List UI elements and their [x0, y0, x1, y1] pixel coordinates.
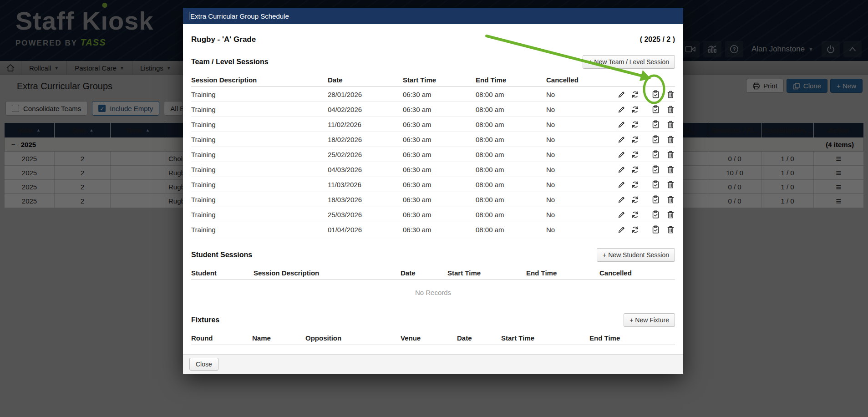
edit-icon[interactable]	[618, 150, 626, 159]
edit-icon[interactable]	[618, 225, 626, 234]
th-start-time: Start Time	[447, 269, 526, 277]
team-session-row: Training 04/03/2026 06:30 am 08:00 am No	[191, 162, 675, 177]
delete-icon[interactable]	[666, 225, 675, 234]
refresh-icon[interactable]	[631, 135, 640, 144]
refresh-icon[interactable]	[631, 180, 640, 189]
fixtures-heading: Fixtures	[191, 316, 219, 324]
th-date: Date	[401, 269, 447, 277]
schedule-modal: Extra Curricular Group Schedule Rugby - …	[183, 8, 683, 374]
new-team-session-button[interactable]: + New Team / Level Session	[583, 55, 675, 69]
delete-icon[interactable]	[666, 180, 675, 189]
clipboard-check-icon[interactable]	[651, 210, 660, 219]
clipboard-check-icon[interactable]	[651, 150, 660, 159]
delete-icon[interactable]	[666, 195, 675, 204]
delete-icon[interactable]	[666, 90, 675, 99]
modal-footer: Close	[183, 354, 683, 374]
team-sessions-rows: Training 28/01/2026 06:30 am 08:00 am No	[191, 87, 675, 237]
team-sessions-table-header: Session Description Date Start Time End …	[191, 73, 675, 87]
new-fixture-button[interactable]: + New Fixture	[624, 313, 675, 327]
th-student: Student	[191, 269, 254, 277]
team-session-row: Training 01/04/2026 06:30 am 08:00 am No	[191, 222, 675, 237]
th-cancelled: Cancelled	[599, 269, 675, 277]
edit-icon[interactable]	[618, 90, 626, 99]
modal-year-semester: ( 2025 / 2 )	[640, 36, 675, 44]
refresh-icon[interactable]	[631, 90, 640, 99]
edit-icon[interactable]	[618, 120, 626, 129]
screen: Staff Kıosk POWERED BY TASS 0 ? Alan Joh…	[0, 0, 868, 417]
edit-icon[interactable]	[618, 105, 626, 114]
refresh-icon[interactable]	[631, 195, 640, 204]
refresh-icon[interactable]	[631, 225, 640, 234]
th-venue: Venue	[401, 334, 457, 342]
team-session-row: Training 28/01/2026 06:30 am 08:00 am No	[191, 87, 675, 102]
modal-title-bar: Extra Curricular Group Schedule	[183, 8, 683, 24]
edit-icon[interactable]	[618, 210, 626, 219]
clipboard-check-icon[interactable]	[651, 165, 660, 174]
team-session-row: Training 25/03/2026 06:30 am 08:00 am No	[191, 207, 675, 222]
delete-icon[interactable]	[666, 120, 675, 129]
edit-icon[interactable]	[618, 195, 626, 204]
clipboard-check-icon[interactable]	[651, 195, 660, 204]
th-round: Round	[191, 334, 252, 342]
delete-icon[interactable]	[666, 165, 675, 174]
student-sessions-table-header: Student Session Description Date Start T…	[191, 266, 675, 280]
team-session-row: Training 11/03/2026 06:30 am 08:00 am No	[191, 177, 675, 192]
th-end-time: End Time	[476, 76, 546, 84]
team-session-row: Training 18/02/2026 06:30 am 08:00 am No	[191, 132, 675, 147]
clipboard-check-icon[interactable]	[651, 120, 660, 129]
team-session-row: Training 04/02/2026 06:30 am 08:00 am No	[191, 102, 675, 117]
clipboard-check-icon[interactable]	[651, 225, 660, 234]
text-cursor	[189, 12, 189, 20]
clipboard-check-icon[interactable]	[651, 105, 660, 114]
delete-icon[interactable]	[666, 105, 675, 114]
team-sessions-heading: Team / Level Sessions	[191, 58, 269, 66]
th-date: Date	[457, 334, 501, 342]
th-opposition: Opposition	[305, 334, 401, 342]
team-session-row: Training 11/02/2026 06:30 am 08:00 am No	[191, 117, 675, 132]
th-start-time: Start Time	[501, 334, 589, 342]
th-session-description: Session Description	[254, 269, 401, 277]
th-session-description: Session Description	[191, 76, 328, 84]
edit-icon[interactable]	[618, 135, 626, 144]
th-end-time: End Time	[589, 334, 675, 342]
modal-title: Extra Curricular Group Schedule	[190, 12, 289, 20]
refresh-icon[interactable]	[631, 165, 640, 174]
th-name: Name	[252, 334, 305, 342]
modal-group-name: Rugby - 'A' Grade	[191, 35, 256, 44]
delete-icon[interactable]	[666, 150, 675, 159]
refresh-icon[interactable]	[631, 210, 640, 219]
student-sessions-heading: Student Sessions	[191, 251, 252, 259]
th-end-time: End Time	[526, 269, 599, 277]
th-start-time: Start Time	[403, 76, 476, 84]
fixtures-table-header: Round Name Opposition Venue Date Start T…	[191, 331, 675, 345]
clipboard-check-icon[interactable]	[651, 90, 660, 99]
team-session-row: Training 25/02/2026 06:30 am 08:00 am No	[191, 147, 675, 162]
th-date: Date	[328, 76, 403, 84]
delete-icon[interactable]	[666, 135, 675, 144]
th-cancelled: Cancelled	[546, 76, 618, 84]
edit-icon[interactable]	[618, 180, 626, 189]
student-sessions-empty: No Records	[191, 280, 675, 305]
new-student-session-button[interactable]: + New Student Session	[597, 248, 675, 262]
clipboard-check-icon[interactable]	[651, 180, 660, 189]
delete-icon[interactable]	[666, 210, 675, 219]
close-button[interactable]: Close	[189, 358, 218, 371]
team-session-row: Training 18/03/2026 06:30 am 08:00 am No	[191, 192, 675, 207]
refresh-icon[interactable]	[631, 105, 640, 114]
refresh-icon[interactable]	[631, 150, 640, 159]
refresh-icon[interactable]	[631, 120, 640, 129]
clipboard-check-icon[interactable]	[651, 135, 660, 144]
edit-icon[interactable]	[618, 165, 626, 174]
